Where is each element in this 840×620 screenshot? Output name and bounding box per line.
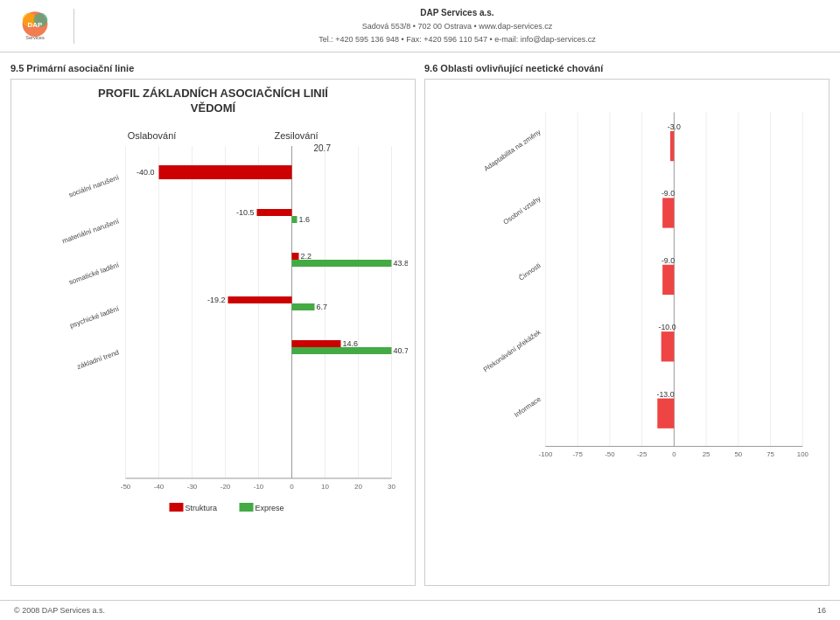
legend-exprese-label: Exprese [256,504,284,512]
svg-text:100: 100 [797,450,809,458]
left-chart: PROFIL ZÁKLADNÍCH ASOCIAČNÍCH LINIÍ VĚDO… [10,79,416,586]
bar-row2-struktura [257,209,292,216]
svg-text:sociální narušení: sociální narušení [67,173,121,199]
svg-text:Osobní vztahy: Osobní vztahy [502,195,542,226]
legend-struktura-color [170,503,184,512]
bar-row3-exprese [292,260,392,267]
svg-text:43.8: 43.8 [394,259,409,268]
bar-row4-exprese [292,303,315,310]
svg-text:-100: -100 [539,450,553,458]
svg-text:-75: -75 [573,450,584,458]
bar-row4-struktura [228,296,292,303]
left-chart-title: PROFIL ZÁKLADNÍCH ASOCIAČNÍCH LINIÍ VĚDO… [18,87,408,116]
section-left-number: 9.5 Primární asociační linie [10,63,134,73]
svg-text:psychické ladění: psychické ladění [69,304,121,330]
svg-text:materiální narušení: materiální narušení [61,217,121,245]
svg-text:1.6: 1.6 [299,215,311,224]
svg-text:-19.2: -19.2 [207,296,226,304]
svg-text:Adaptabilita na změny: Adaptabilita na změny [482,128,542,173]
svg-text:Činnosti: Činnosti [517,261,542,282]
svg-text:30: 30 [388,483,396,491]
svg-text:2.2: 2.2 [301,252,312,261]
svg-text:-13.0: -13.0 [657,390,675,399]
company-name: DAP Services a.s. [88,6,826,20]
section-right-title: 9.6 Oblasti ovlivňující neetické chování [424,59,830,75]
svg-text:-3.0: -3.0 [668,122,681,131]
svg-text:Oslabování: Oslabování [128,130,177,141]
section-right-number: 9.6 Oblasti ovlivňující neetické chování [424,63,603,73]
svg-text:-10.5: -10.5 [236,208,255,217]
company-contact: Tel.: +420 595 136 948 • Fax: +420 596 1… [88,33,826,45]
svg-text:-10: -10 [254,483,264,491]
svg-text:-40.0: -40.0 [136,168,155,177]
company-address: Sadová 553/8 • 702 00 Ostrava • www.dap-… [88,20,826,32]
svg-text:-10.0: -10.0 [659,323,676,331]
bar-right-row1 [670,131,674,161]
left-bar-chart: Oslabování Zesilování 20.7 [18,120,408,522]
svg-text:20: 20 [354,483,362,491]
page-number: 16 [817,606,826,615]
svg-text:14.6: 14.6 [343,339,359,348]
svg-text:-30: -30 [187,483,198,491]
svg-text:6.7: 6.7 [317,303,328,311]
bar-row5-exprese [292,347,392,354]
legend-struktura-label: Struktura [186,504,218,512]
svg-text:-50: -50 [121,483,131,491]
svg-text:-25: -25 [637,450,648,458]
footer: © 2008 DAP Services a.s. 16 [0,600,840,620]
svg-text:Překonávání překážek: Překonávání překážek [482,328,542,373]
svg-text:základní trend: základní trend [76,348,120,371]
left-chart-wrapper: Oslabování Zesilování 20.7 [18,120,408,522]
right-chart-wrapper: Adaptabilita na změny -3.0 Osobní vztahy… [432,87,822,506]
sections-row: 9.5 Primární asociační linie 9.6 Oblasti… [0,52,840,79]
dap-logo: DAP Services [14,5,56,47]
right-chart: Adaptabilita na změny -3.0 Osobní vztahy… [424,79,830,586]
svg-text:25: 25 [703,450,710,458]
bar-row2-exprese [292,216,298,223]
svg-text:75: 75 [766,450,774,458]
bar-right-row4 [662,331,675,361]
main-content: PROFIL ZÁKLADNÍCH ASOCIAČNÍCH LINIÍ VĚDO… [0,79,840,586]
bar-row3-struktura [292,253,299,260]
svg-text:Services: Services [25,35,45,40]
svg-text:-20: -20 [220,483,231,491]
legend-exprese-color [240,503,254,512]
svg-text:Zesilování: Zesilování [274,130,318,141]
svg-text:-50: -50 [605,450,615,458]
copyright: © 2008 DAP Services a.s. [14,606,105,615]
svg-text:20.7: 20.7 [314,143,332,153]
svg-text:Informace: Informace [513,395,542,419]
bar-right-row3 [662,265,674,295]
logo-area: DAP Services [14,5,56,47]
header-info: DAP Services a.s. Sadová 553/8 • 702 00 … [88,6,826,45]
svg-text:somatické ladění: somatické ladění [68,261,121,286]
bar-right-row5 [657,399,674,428]
svg-text:40.7: 40.7 [394,346,409,355]
svg-text:-9.0: -9.0 [662,256,675,265]
svg-text:-9.0: -9.0 [662,189,675,198]
section-left-title: 9.5 Primární asociační linie [10,59,416,75]
svg-text:50: 50 [734,450,742,458]
svg-text:10: 10 [321,483,329,491]
right-bar-chart: Adaptabilita na změny -3.0 Osobní vztahy… [432,87,822,506]
svg-text:0: 0 [672,450,676,458]
svg-text:DAP: DAP [28,20,44,28]
bar-row5-struktura [292,340,341,347]
bar-right-row2 [662,198,674,227]
bar-row1-struktura [159,165,292,179]
header: DAP Services DAP Services a.s. Sadová 55… [0,0,840,52]
svg-text:-40: -40 [154,483,164,491]
svg-text:0: 0 [290,483,294,491]
